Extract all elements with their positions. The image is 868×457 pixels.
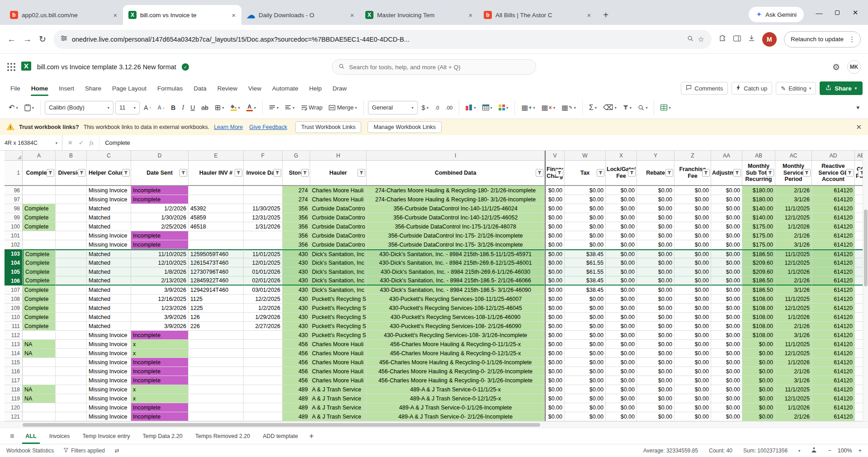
row-header-96[interactable]: 96 <box>5 186 23 195</box>
cell-E100[interactable]: 46518 <box>189 222 244 231</box>
header-cell-AD1[interactable]: Reactive Service GL Account <box>812 161 855 185</box>
cell-H115[interactable]: Charles Moore Hauli <box>310 358 367 367</box>
cell-AD109[interactable]: 614120 <box>812 304 855 313</box>
excel-search-box[interactable]: Search for tools, help, and more (Alt + … <box>332 59 536 75</box>
cell-AD117[interactable]: 614120 <box>812 376 855 385</box>
cell-C114[interactable]: Missing Invoice <box>87 349 131 358</box>
cell-E105[interactable]: 12730796T460 <box>189 267 244 276</box>
cell-I101[interactable]: 356-Curbside DataControl Inc-175- 2/1/26… <box>367 231 545 240</box>
cell-H111[interactable]: Puckett's Recycling S <box>310 322 367 331</box>
cell-C109[interactable]: Matched <box>87 304 131 313</box>
cell-F115[interactable] <box>244 358 283 367</box>
cell-W112[interactable]: $0.00 <box>565 331 606 340</box>
cell-X121[interactable]: $0.00 <box>606 412 637 421</box>
cell-G106[interactable]: 430 <box>283 276 310 286</box>
cell-I112[interactable]: 430-Puckett's Recycling Services-108- 3/… <box>367 331 545 340</box>
zoom-level[interactable]: 100% <box>838 447 852 454</box>
cell-H98[interactable]: Curbside DataContro <box>310 204 367 213</box>
cell-AD99[interactable]: 614120 <box>812 213 855 222</box>
cell-Z112[interactable]: $0.00 <box>675 331 711 340</box>
cell-V97[interactable]: $0.00 <box>545 195 565 204</box>
cell-E106[interactable]: 12845922T460 <box>189 276 244 286</box>
cell-C98[interactable]: Matched <box>87 204 131 213</box>
cell-X97[interactable]: $0.00 <box>606 195 637 204</box>
browser-profile-avatar[interactable]: M <box>762 32 777 47</box>
site-settings-icon[interactable] <box>61 35 67 43</box>
cell-A107[interactable]: Complete <box>23 286 56 295</box>
browser-tab-master-invoicing[interactable]: X Master Invoicing Tem × <box>360 5 478 25</box>
cell-D101[interactable]: Incomplete <box>131 231 189 240</box>
cell-F107[interactable]: 03/01/2026 <box>244 286 283 295</box>
cell-A120[interactable] <box>23 403 56 412</box>
cell-D114[interactable]: x <box>131 349 189 358</box>
cell-H121[interactable]: A & J Trash Service <box>310 412 367 421</box>
cell-Z120[interactable]: $0.00 <box>675 403 711 412</box>
cell-D120[interactable]: Incomplete <box>131 403 189 412</box>
cell-W99[interactable]: $0.00 <box>565 213 606 222</box>
cell-W100[interactable]: $0.00 <box>565 222 606 231</box>
cell-AD97[interactable]: 614120 <box>812 195 855 204</box>
cell-Y96[interactable]: $0.00 <box>637 186 675 195</box>
row-header-112[interactable]: 112 <box>5 331 23 340</box>
paste-button[interactable]: ▾ <box>22 100 36 115</box>
cell-AA96[interactable]: $0.00 <box>711 186 742 195</box>
cell-D102[interactable]: Incomplete <box>131 240 189 249</box>
cell-Z114[interactable]: $0.00 <box>675 349 711 358</box>
vertical-align-button[interactable]: ▾ <box>267 100 281 115</box>
cell-W96[interactable]: $0.00 <box>565 186 606 195</box>
select-all-button[interactable] <box>5 151 23 161</box>
cell-B107[interactable] <box>56 286 87 295</box>
cell-H96[interactable]: Charles Moore Hauli <box>310 186 367 195</box>
cell-Y104[interactable]: $0.00 <box>637 258 675 267</box>
row-header-109[interactable]: 109 <box>5 304 23 313</box>
horizontal-align-button[interactable]: ▾ <box>283 100 297 115</box>
cell-Z99[interactable]: $0.00 <box>675 213 711 222</box>
header-cell-H1[interactable]: Hauler <box>310 161 367 185</box>
cell-Y115[interactable]: $0.00 <box>637 358 675 367</box>
cell-B102[interactable] <box>56 240 87 249</box>
cell-H110[interactable]: Puckett's Recycling S <box>310 313 367 322</box>
cell-A104[interactable]: Complete <box>23 258 56 267</box>
sheet-tab-all[interactable]: ALL <box>19 428 42 444</box>
cell-AC111[interactable]: 2/1/26 <box>775 322 812 331</box>
cell-AC110[interactable]: 1/1/2026 <box>775 313 812 322</box>
cell-AD102[interactable]: 614120 <box>812 240 855 249</box>
cell-A112[interactable] <box>23 331 56 340</box>
app-launcher-icon[interactable] <box>7 63 15 71</box>
cell-C101[interactable]: Missing Invoice <box>87 231 131 240</box>
cell-AB98[interactable]: $140.00 <box>742 204 775 213</box>
cell-Y111[interactable]: $0.00 <box>637 322 675 331</box>
row-header-98[interactable]: 98 <box>5 204 23 213</box>
cell-G120[interactable]: 489 <box>283 403 310 412</box>
cell-F109[interactable]: 1/2/2026 <box>244 304 283 313</box>
excel-app-icon[interactable] <box>21 61 32 73</box>
cell-B105[interactable] <box>56 267 87 276</box>
cell-C102[interactable]: Missing Invoice <box>87 240 131 249</box>
cell-V115[interactable]: $0.00 <box>545 358 565 367</box>
cell-B113[interactable] <box>56 340 87 349</box>
menu-home[interactable]: Home <box>26 81 53 96</box>
cell-AB117[interactable]: $0.00 <box>742 376 775 385</box>
cell-A116[interactable] <box>23 367 56 376</box>
cell-V109[interactable]: $0.00 <box>545 304 565 313</box>
cell-E97[interactable] <box>189 195 244 204</box>
cell-D118[interactable]: x <box>131 385 189 394</box>
warning-close-icon[interactable]: ✕ <box>856 123 862 131</box>
cell-F99[interactable]: 12/31/2025 <box>244 213 283 222</box>
row-header-108[interactable]: 108 <box>5 295 23 304</box>
filter-button-Z[interactable] <box>702 169 710 177</box>
document-title[interactable]: bill.com vs Invoice template 3.12.26 New… <box>37 63 176 71</box>
tab-close-icon[interactable]: × <box>111 11 119 19</box>
cell-H119[interactable]: A & J Trash Service <box>310 394 367 403</box>
cell-W108[interactable]: $0.00 <box>565 295 606 304</box>
cell-A97[interactable] <box>23 195 56 204</box>
column-header-AC[interactable]: AC <box>775 151 812 161</box>
header-cell-G1[interactable]: Store <box>283 161 310 185</box>
filter-button-E[interactable] <box>235 169 242 177</box>
cell-AC105[interactable]: 1/1/2026 <box>775 267 812 276</box>
column-header-Y[interactable]: Y <box>637 151 675 161</box>
address-bar[interactable]: onedrive.live.com/personal/147d654a0342b… <box>53 30 712 49</box>
cell-W110[interactable]: $0.00 <box>565 313 606 322</box>
cell-AD115[interactable]: 614120 <box>812 358 855 367</box>
ask-gemini-button[interactable]: ✦ Ask Gemini <box>749 7 804 22</box>
